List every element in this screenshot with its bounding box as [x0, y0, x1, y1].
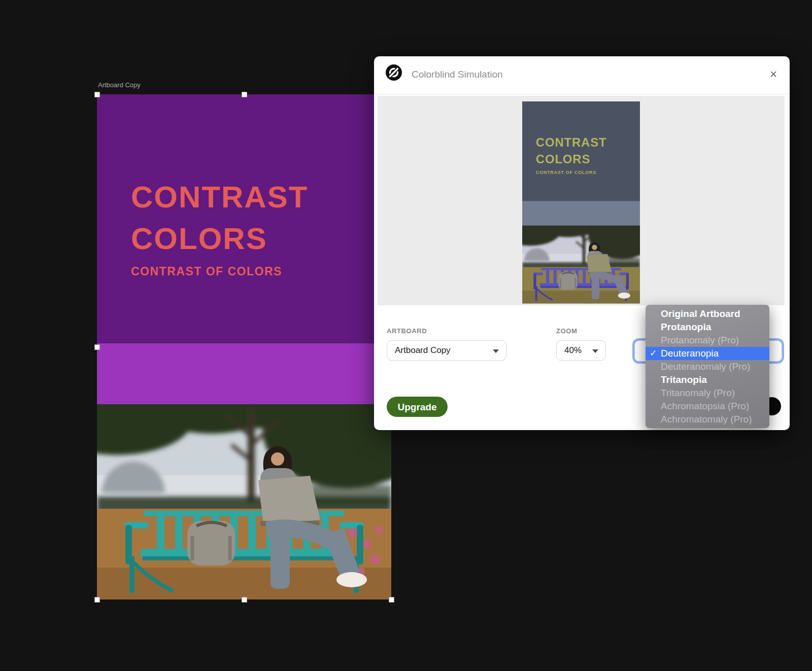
menu-item-tritanopia[interactable]: Tritanopia [646, 373, 769, 386]
menu-item-deuteranomaly-pro: Deuteranomaly (Pro) [646, 360, 769, 373]
artboard-heading-line2: COLORS [131, 218, 375, 260]
photo-woman-on-bench [97, 404, 391, 599]
stark-colorblind-logo-icon [386, 64, 402, 81]
artboard-heading-line1: CONTRAST [131, 176, 375, 218]
dialog-title: Colorblind Simulation [412, 69, 503, 80]
zoom-field-label: ZOOM [556, 327, 577, 335]
checkmark-icon: ✓ [650, 347, 657, 360]
sim-artboard-photo [522, 225, 640, 303]
artboard-field-label: ARTBOARD [387, 327, 427, 335]
simulation-preview: CONTRAST COLORS CONTRAST OF COLORS [378, 96, 785, 305]
menu-item-protanopia[interactable]: Protanopia [646, 321, 769, 334]
artboard-select[interactable]: Artboard Copy [387, 340, 506, 361]
artboard-select-value: Artboard Copy [395, 345, 451, 356]
selection-handle-bottom-middle[interactable] [242, 597, 247, 603]
zoom-select[interactable]: 40% [556, 340, 606, 361]
selection-handle-top-middle[interactable] [242, 92, 247, 97]
upgrade-button[interactable]: Upgrade [387, 397, 448, 417]
artboard-title-label[interactable]: Artboard Copy [98, 81, 141, 89]
artboard-photo [97, 404, 391, 599]
menu-item-protanomaly-pro: Protanomaly (Pro) [646, 334, 769, 347]
selection-handle-bottom-right[interactable] [389, 597, 394, 603]
selection-handle-middle-left[interactable] [94, 344, 100, 350]
artboard-subtitle: CONTRAST OF COLORS [131, 265, 282, 278]
app-canvas: Artboard Copy CONTRAST COLORS CONTRAST O… [0, 0, 812, 671]
menu-item-original-artboard[interactable]: Original Artboard [646, 307, 769, 321]
menu-item-achromatopsia-pro: Achromatopsia (Pro) [646, 400, 769, 413]
artboard[interactable]: CONTRAST COLORS CONTRAST OF COLORS [97, 94, 391, 599]
artboard-heading: CONTRAST COLORS [131, 176, 375, 260]
simulation-menu: Original Artboard Protanopia Protanomaly… [646, 305, 769, 428]
close-icon[interactable]: ✕ [769, 68, 777, 80]
artboard-band [97, 343, 391, 404]
simulated-artboard: CONTRAST COLORS CONTRAST OF COLORS [522, 101, 640, 303]
selection-handle-bottom-left[interactable] [94, 597, 100, 603]
menu-item-achromatomaly-pro: Achromatomaly (Pro) [646, 413, 769, 426]
sim-artboard-subtitle: CONTRAST OF COLORS [536, 169, 596, 175]
menu-item-tritanomaly-pro: Tritanomaly (Pro) [646, 386, 769, 400]
zoom-select-value: 40% [564, 345, 582, 356]
menu-item-deuteranopia[interactable]: ✓ Deuteranopia [646, 347, 769, 360]
sim-artboard-heading: CONTRAST COLORS [536, 134, 633, 168]
chevron-down-icon [592, 349, 598, 353]
dialog-header: Colorblind Simulation ✕ [374, 56, 790, 94]
selection-handle-top-left[interactable] [94, 92, 100, 97]
chevron-down-icon [493, 349, 499, 353]
